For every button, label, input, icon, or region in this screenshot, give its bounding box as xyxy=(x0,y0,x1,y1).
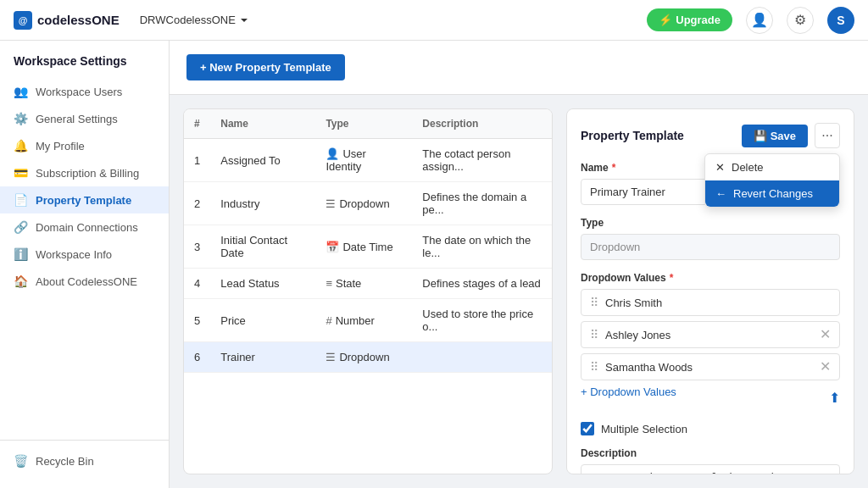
multiple-selection-checkbox[interactable] xyxy=(581,422,594,435)
drag-handle-icon[interactable]: ⠿ xyxy=(590,360,598,374)
delete-icon: ✕ xyxy=(715,161,725,174)
row-type: 📅Date Time xyxy=(315,225,412,269)
sidebar-item-domain-connections[interactable]: 🔗 Domain Connections xyxy=(0,214,169,241)
workspace-selector[interactable]: DRWCodelessONE xyxy=(140,14,249,26)
row-description: The date on which the le... xyxy=(412,225,552,269)
panel-actions: 💾 Save ··· ✕ Delete xyxy=(742,123,840,148)
row-name: Assigned To xyxy=(210,139,315,182)
upgrade-icon: ⚡ xyxy=(659,14,672,26)
revert-icon: ← xyxy=(715,187,726,200)
dropdown-value-item: ⠿ Chris Smith xyxy=(581,289,840,316)
type-icon: ≡ xyxy=(326,277,332,290)
sidebar-bottom: 🗑️ Recycle Bin xyxy=(0,440,169,474)
panel-header: Property Template 💾 Save ··· ✕ xyxy=(581,123,840,148)
panel-dropdown-menu: ✕ Delete ← Revert Changes xyxy=(704,153,840,208)
sidebar-item-general-settings[interactable]: ⚙️ General Settings xyxy=(0,105,169,132)
property-template-icon: 📄 xyxy=(14,193,27,207)
type-icon: 📅 xyxy=(326,241,339,253)
row-description xyxy=(412,342,552,373)
row-description: Defines stages of a lead xyxy=(412,269,552,299)
chevron-down-icon xyxy=(239,15,249,25)
dropdown-values-list: ⠿ Chris Smith ⠿ Ashley Jones ✕ ⠿ Samanth… xyxy=(581,289,840,380)
table-row[interactable]: 1 Assigned To 👤User Identity The cotact … xyxy=(184,139,552,182)
sidebar-item-label: Domain Connections xyxy=(36,221,138,234)
sidebar: Workspace Settings 👥 Workspace Users ⚙️ … xyxy=(0,41,170,488)
col-type: Type xyxy=(315,109,412,139)
table-row[interactable]: 5 Price #Number Used to store the price … xyxy=(184,299,552,342)
sidebar-item-workspace-users[interactable]: 👥 Workspace Users xyxy=(0,78,169,105)
sidebar-item-workspace-info[interactable]: ℹ️ Workspace Info xyxy=(0,241,169,268)
name-required-marker: * xyxy=(612,162,616,174)
upgrade-label: Upgrade xyxy=(676,14,721,26)
about-codelessone-icon: 🏠 xyxy=(14,274,27,288)
table-row[interactable]: 4 Lead Status ≡State Defines stages of a… xyxy=(184,269,552,299)
table-row[interactable]: 3 Initial Contact Date 📅Date Time The da… xyxy=(184,225,552,269)
upload-icon[interactable]: ⬆ xyxy=(829,390,840,406)
type-input xyxy=(581,234,840,260)
sidebar-item-my-profile[interactable]: 🔔 My Profile xyxy=(0,132,169,159)
description-label: Description xyxy=(581,447,840,459)
row-num: 2 xyxy=(184,182,210,225)
save-button[interactable]: 💾 Save xyxy=(742,125,808,147)
add-dropdown-values-link[interactable]: + Dropdown Values xyxy=(581,385,676,398)
main-header: + New Property Template xyxy=(170,41,868,95)
row-description: Defines the domain a pe... xyxy=(412,182,552,225)
delete-label: Delete xyxy=(732,161,764,174)
users-icon-button[interactable]: 👤 xyxy=(746,7,773,34)
more-button[interactable]: ··· xyxy=(815,123,840,148)
main-body: # Name Type Description 1 Assigned To 👤U… xyxy=(170,95,868,488)
add-values-row: + Dropdown Values ⬆ xyxy=(581,385,840,410)
subscription-billing-icon: 💳 xyxy=(14,166,27,180)
settings-icon-button[interactable]: ⚙ xyxy=(787,7,814,34)
dropdown-values-required-marker: * xyxy=(670,272,674,284)
delete-menu-item[interactable]: ✕ Delete xyxy=(705,154,839,180)
sidebar-item-label: My Profile xyxy=(36,140,85,152)
table-row[interactable]: 2 Industry ☰Dropdown Defines the domain … xyxy=(184,182,552,225)
logo: @ codelessONE xyxy=(14,11,120,30)
sidebar-item-property-template[interactable]: 📄 Property Template xyxy=(0,186,169,214)
table-header: # Name Type Description xyxy=(184,109,552,139)
table-body: 1 Assigned To 👤User Identity The cotact … xyxy=(184,139,552,373)
dropdown-value-text: Samantha Woods xyxy=(605,361,813,374)
remove-value-button[interactable]: ✕ xyxy=(820,328,831,341)
panel-title: Property Template xyxy=(581,129,684,142)
type-icon: # xyxy=(326,314,331,327)
dropdown-values-label: Dropdown Values * xyxy=(581,272,840,284)
type-icon: ☰ xyxy=(326,197,336,210)
sidebar-item-subscription-billing[interactable]: 💳 Subscription & Billing xyxy=(0,159,169,186)
sidebar-item-label: About CodelessONE xyxy=(36,275,137,288)
col-name: Name xyxy=(210,109,315,139)
row-num: 4 xyxy=(184,269,210,299)
dropdown-value-text: Chris Smith xyxy=(605,297,831,309)
sidebar-title: Workspace Settings xyxy=(0,54,169,78)
sidebar-item-about-codelessone[interactable]: 🏠 About CodelessONE xyxy=(0,268,169,295)
sidebar-items: 👥 Workspace Users ⚙️ General Settings 🔔 … xyxy=(0,78,169,295)
multiple-selection-row: Multiple Selection xyxy=(581,422,840,435)
upgrade-button[interactable]: ⚡ Upgrade xyxy=(647,8,732,31)
dropdown-value-text: Ashley Jones xyxy=(605,329,813,341)
new-button-label: + New Property Template xyxy=(200,61,331,74)
property-table: # Name Type Description 1 Assigned To 👤U… xyxy=(184,109,552,373)
sidebar-item-label: Workspace Users xyxy=(36,86,122,98)
row-name: Lead Status xyxy=(210,269,315,299)
drag-handle-icon[interactable]: ⠿ xyxy=(590,296,598,309)
domain-connections-icon: 🔗 xyxy=(14,220,27,234)
row-num: 3 xyxy=(184,225,210,269)
description-field-group: Description Denotes the name of the trai… xyxy=(581,447,840,474)
table-row[interactable]: 6 Trainer ☰Dropdown xyxy=(184,342,552,373)
description-textarea[interactable]: Denotes the name of the trainer. xyxy=(581,464,840,474)
new-property-template-button[interactable]: + New Property Template xyxy=(186,54,345,80)
revert-menu-item[interactable]: ← Revert Changes xyxy=(705,180,839,207)
property-table-area: # Name Type Description 1 Assigned To 👤U… xyxy=(183,108,553,474)
col-description: Description xyxy=(412,109,552,139)
type-label: Type xyxy=(581,217,840,229)
dropdown-value-item: ⠿ Ashley Jones ✕ xyxy=(581,321,840,348)
remove-value-button[interactable]: ✕ xyxy=(820,360,831,374)
avatar[interactable]: S xyxy=(827,7,854,34)
sidebar-item-recycle-bin[interactable]: 🗑️ Recycle Bin xyxy=(0,447,169,474)
multiple-selection-label[interactable]: Multiple Selection xyxy=(601,423,687,435)
row-num: 1 xyxy=(184,139,210,182)
drag-handle-icon[interactable]: ⠿ xyxy=(590,328,598,341)
row-num: 6 xyxy=(184,342,210,373)
dropdown-value-item: ⠿ Samantha Woods ✕ xyxy=(581,353,840,380)
